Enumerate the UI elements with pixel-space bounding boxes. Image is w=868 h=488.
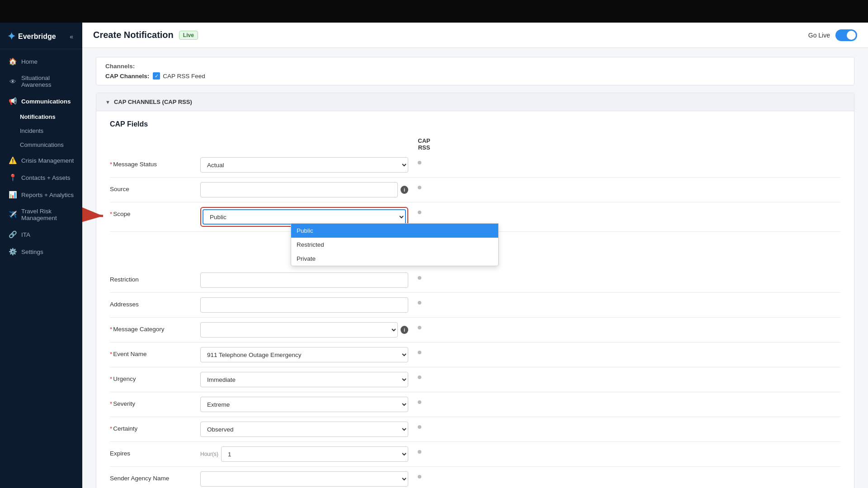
- restriction-input-wrapper: [200, 272, 408, 288]
- red-arrow: [82, 199, 112, 235]
- event-name-row: *Event Name 911 Telephone Outage Emergen…: [110, 343, 840, 367]
- main-content: Channels: CAP Channels: ✓ CAP RSS Feed ▼…: [82, 48, 868, 488]
- severity-select[interactable]: Extreme Severe Moderate Minor Unknown: [200, 397, 408, 412]
- settings-icon: ⚙️: [9, 248, 17, 256]
- certainty-row: *Certainty Observed Likely Possible Unli…: [110, 417, 840, 442]
- urgency-dot: [408, 372, 431, 379]
- topbar: Create Notification Live Go Live: [82, 23, 868, 48]
- message-category-info-icon[interactable]: i: [401, 326, 408, 334]
- restriction-row: Restriction: [110, 268, 840, 293]
- sidebar-item-reports-label: Reports + Analytics: [21, 192, 74, 198]
- app-logo[interactable]: ✦ Everbridge: [7, 31, 56, 42]
- sidebar-item-comm-label: Communications: [21, 98, 71, 105]
- certainty-select[interactable]: Observed Likely Possible Unlikely Unknow…: [200, 422, 408, 437]
- expires-dot: [408, 446, 431, 454]
- expires-row: Expires Hour(s) 1 2 4 6 12 24 48: [110, 442, 840, 467]
- message-status-row: *Message Status Actual Exercise System T…: [110, 153, 840, 178]
- sidebar-item-settings-label: Settings: [21, 249, 43, 255]
- scope-row: *Scope Public Restricted Private: [110, 202, 840, 232]
- cap-rss-column-header: CAP RSS: [413, 137, 435, 151]
- sender-agency-select[interactable]: [200, 471, 408, 487]
- urgency-label: *Urgency: [110, 372, 200, 382]
- sidebar-item-incidents-label: Incidents: [20, 127, 43, 134]
- scope-option-private[interactable]: Private: [291, 252, 498, 266]
- sidebar-item-home-label: Home: [21, 58, 38, 65]
- cap-rss-label: CAP RSS Feed: [163, 73, 205, 80]
- content-wrapper: Channels: CAP Channels: ✓ CAP RSS Feed ▼…: [82, 48, 868, 488]
- sidebar-item-situational-awareness[interactable]: 👁 Situational Awareness: [0, 70, 82, 93]
- sidebar-item-ita[interactable]: 🔗 ITA: [0, 226, 82, 243]
- sidebar-item-settings[interactable]: ⚙️ Settings: [0, 243, 82, 260]
- message-category-label: *Message Category: [110, 322, 200, 333]
- form-table: *Message Status Actual Exercise System T…: [110, 153, 840, 488]
- travel-icon: ✈️: [9, 211, 17, 219]
- addresses-input-wrapper: [200, 297, 408, 313]
- sidebar-item-communications-sub[interactable]: Communications: [0, 138, 82, 152]
- source-row: Source i: [110, 178, 840, 202]
- urgency-select[interactable]: Immediate Expected Future Past Unknown: [200, 372, 408, 387]
- sender-agency-input-wrapper: [200, 471, 408, 487]
- expires-label: Expires: [110, 446, 200, 457]
- go-live-toggle[interactable]: [835, 29, 857, 41]
- scope-label: *Scope: [110, 207, 200, 217]
- message-category-row: *Message Category i: [110, 318, 840, 343]
- sender-agency-row: Sender Agency Name: [110, 467, 840, 488]
- expires-input-wrapper: Hour(s) 1 2 4 6 12 24 48 72: [200, 446, 408, 462]
- sidebar-item-home[interactable]: 🏠 Home: [0, 53, 82, 70]
- toggle-knob: [847, 31, 856, 40]
- cap-section-header[interactable]: ▼ CAP CHANNELS (CAP RSS): [96, 93, 854, 111]
- cap-rss-checkbox-item[interactable]: ✓ CAP RSS Feed: [153, 72, 205, 80]
- cap-channels-label: CAP Channels:: [105, 73, 149, 80]
- scope-select[interactable]: Public Restricted Private: [203, 209, 406, 225]
- crisis-management-icon: ⚠️: [9, 156, 17, 164]
- scope-option-restricted[interactable]: Restricted: [291, 238, 498, 252]
- sidebar-item-sa-label: Situational Awareness: [21, 75, 75, 88]
- sidebar-item-travel-risk[interactable]: ✈️ Travel Risk Management: [0, 203, 82, 226]
- sidebar-item-incidents[interactable]: Incidents: [0, 124, 82, 138]
- source-info-icon[interactable]: i: [401, 186, 408, 194]
- severity-row: *Severity Extreme Severe Moderate Minor …: [110, 392, 840, 417]
- message-category-select[interactable]: [200, 322, 398, 338]
- message-category-dot: [408, 322, 431, 329]
- sidebar-item-communications[interactable]: 📢 Communications: [0, 93, 82, 110]
- sender-agency-dot: [408, 471, 431, 479]
- sidebar: ✦ Everbridge « 🏠 Home 👁 Situational Awar…: [0, 23, 82, 488]
- expires-select[interactable]: 1 2 4 6 12 24 48 72: [221, 446, 408, 462]
- severity-input-wrapper: Extreme Severe Moderate Minor Unknown: [200, 397, 408, 412]
- scope-option-public[interactable]: Public: [291, 224, 498, 238]
- sidebar-nav: 🏠 Home 👁 Situational Awareness 📢 Communi…: [0, 49, 82, 488]
- situational-awareness-icon: 👁: [9, 77, 17, 85]
- collapse-sidebar-button[interactable]: «: [68, 31, 75, 42]
- scope-dot: [408, 207, 431, 214]
- sidebar-logo: ✦ Everbridge «: [0, 23, 82, 49]
- sender-agency-label: Sender Agency Name: [110, 471, 200, 482]
- event-name-dot: [408, 347, 431, 354]
- sidebar-item-reports-analytics[interactable]: 📊 Reports + Analytics: [0, 186, 82, 203]
- addresses-label: Addresses: [110, 297, 200, 308]
- scope-dropdown: Public Restricted Private: [291, 223, 499, 266]
- ita-icon: 🔗: [9, 230, 17, 239]
- source-input[interactable]: [200, 182, 398, 197]
- urgency-input-wrapper: Immediate Expected Future Past Unknown: [200, 372, 408, 387]
- message-status-dot: [408, 157, 431, 164]
- sidebar-item-contacts-assets[interactable]: 📍 Contacts + Assets: [0, 169, 82, 186]
- restriction-input[interactable]: [200, 272, 408, 288]
- hours-label: Hour(s): [200, 451, 218, 457]
- page-title: Create Notification: [93, 30, 174, 40]
- cap-rss-checkbox[interactable]: ✓: [153, 72, 160, 80]
- home-icon: 🏠: [9, 57, 17, 66]
- addresses-input[interactable]: [200, 297, 408, 313]
- message-status-select[interactable]: Actual Exercise System Test Draft: [200, 157, 408, 173]
- certainty-dot: [408, 422, 431, 429]
- message-status-input-wrapper: Actual Exercise System Test Draft: [200, 157, 408, 173]
- communications-icon: 📢: [9, 97, 17, 105]
- sidebar-item-notif-label: Notifications: [20, 113, 56, 120]
- channels-row: CAP Channels: ✓ CAP RSS Feed: [105, 72, 845, 80]
- restriction-dot: [408, 272, 431, 280]
- event-name-select[interactable]: 911 Telephone Outage Emergency: [200, 347, 408, 362]
- certainty-label: *Certainty: [110, 422, 200, 432]
- sidebar-item-crisis-management[interactable]: ⚠️ Crisis Management: [0, 152, 82, 169]
- chevron-down-icon: ▼: [105, 99, 110, 105]
- live-badge: Live: [179, 31, 198, 40]
- sidebar-item-notifications[interactable]: Notifications: [0, 110, 82, 124]
